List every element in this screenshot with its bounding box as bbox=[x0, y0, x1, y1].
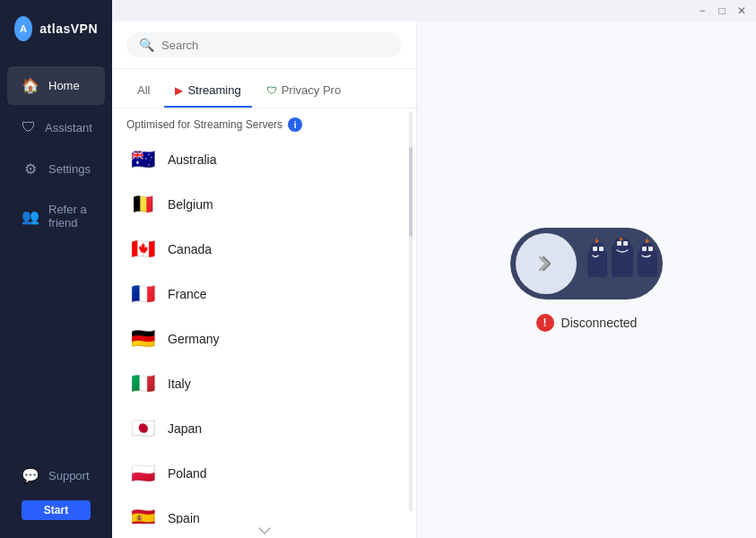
country-name-italy: Italy bbox=[168, 377, 191, 391]
tabs: All ▶ Streaming 🛡 Privacy Pro bbox=[112, 69, 416, 108]
sidebar: A atlasVPN 🏠 Home 🛡 Assistant ⚙ Settings… bbox=[0, 0, 112, 538]
tab-privacy-pro[interactable]: 🛡 Privacy Pro bbox=[256, 78, 352, 108]
flag-australia: 🇦🇺 bbox=[128, 148, 157, 171]
country-item-japan[interactable]: 🇯🇵 Japan bbox=[119, 406, 409, 451]
sidebar-label-settings: Settings bbox=[48, 162, 91, 176]
settings-icon: ⚙ bbox=[22, 161, 39, 178]
flag-japan: 🇯🇵 bbox=[128, 417, 157, 440]
country-name-spain: Spain bbox=[168, 511, 200, 524]
start-button[interactable]: Start bbox=[22, 500, 91, 520]
scrollbar-track bbox=[409, 111, 413, 511]
minimize-button[interactable]: − bbox=[695, 4, 709, 18]
title-bar: − □ ✕ bbox=[112, 0, 756, 22]
country-item-canada[interactable]: 🇨🇦 Canada bbox=[119, 227, 409, 272]
sidebar-nav: 🏠 Home 🛡 Assistant ⚙ Settings 👥 Refer a … bbox=[0, 57, 112, 442]
flag-belgium: 🇧🇪 bbox=[128, 193, 157, 216]
flag-france: 🇫🇷 bbox=[128, 282, 157, 306]
tab-privacy-label: Privacy Pro bbox=[282, 83, 341, 97]
country-name-france: France bbox=[168, 287, 207, 301]
sidebar-bottom: 💬 Support Start bbox=[0, 442, 112, 538]
logo-text: atlasVPN bbox=[39, 22, 98, 36]
maximize-button[interactable]: □ bbox=[715, 4, 729, 18]
optimised-label: Optimised for Streaming Servers i bbox=[112, 108, 416, 137]
tab-streaming-label: Streaming bbox=[187, 83, 240, 97]
country-name-poland: Poland bbox=[168, 466, 207, 481]
tab-all-label: All bbox=[137, 83, 150, 97]
logo-area: A atlasVPN bbox=[0, 0, 112, 57]
close-button[interactable]: ✕ bbox=[734, 4, 749, 18]
sidebar-item-support[interactable]: 💬 Support bbox=[7, 456, 105, 495]
country-item-france[interactable]: 🇫🇷 France bbox=[119, 272, 409, 317]
sidebar-item-assistant[interactable]: 🛡 Assistant bbox=[7, 108, 105, 146]
country-item-belgium[interactable]: 🇧🇪 Belgium bbox=[119, 182, 409, 227]
country-list: 🇦🇺 Australia 🇧🇪 Belgium 🇨🇦 Canada 🇫🇷 Fra… bbox=[112, 137, 416, 524]
search-input[interactable] bbox=[161, 39, 389, 52]
flag-italy: 🇮🇹 bbox=[128, 372, 157, 395]
flag-spain: 🇪🇸 bbox=[128, 507, 157, 524]
country-name-canada: Canada bbox=[168, 242, 212, 256]
flag-poland: 🇵🇱 bbox=[128, 462, 157, 485]
toggle-knob bbox=[516, 233, 577, 294]
flag-germany: 🇩🇪 bbox=[128, 327, 157, 351]
country-item-italy[interactable]: 🇮🇹 Italy bbox=[119, 361, 409, 406]
logo-icon: A bbox=[14, 16, 32, 41]
tab-streaming[interactable]: ▶ Streaming bbox=[164, 78, 251, 108]
sidebar-item-settings[interactable]: ⚙ Settings bbox=[7, 150, 105, 188]
country-item-spain[interactable]: 🇪🇸 Spain bbox=[119, 496, 409, 524]
svg-rect-9 bbox=[623, 241, 628, 246]
content-area: 🔍 All ▶ Streaming 🛡 Privacy Pro bbox=[112, 22, 756, 538]
sidebar-label-assistant: Assistant bbox=[45, 121, 92, 134]
refer-icon: 👥 bbox=[22, 208, 39, 225]
tab-all[interactable]: All bbox=[126, 78, 161, 108]
country-item-germany[interactable]: 🇩🇪 Germany bbox=[119, 317, 409, 361]
vpn-toggle-wrapper: ! Disconnected bbox=[510, 228, 663, 332]
country-item-australia[interactable]: 🇦🇺 Australia bbox=[119, 137, 409, 182]
sidebar-label-home: Home bbox=[48, 79, 80, 92]
svg-rect-5 bbox=[599, 247, 604, 251]
scrollbar-thumb[interactable] bbox=[409, 147, 413, 237]
status-label: Disconnected bbox=[561, 316, 638, 330]
optimised-text: Optimised for Streaming Servers bbox=[126, 118, 282, 131]
country-name-germany: Germany bbox=[168, 332, 220, 346]
country-item-poland[interactable]: 🇵🇱 Poland bbox=[119, 451, 409, 496]
status-row: ! Disconnected bbox=[536, 314, 638, 332]
sidebar-label-refer: Refer a friend bbox=[48, 203, 91, 230]
info-badge[interactable]: i bbox=[288, 117, 302, 132]
scroll-down-indicator bbox=[112, 524, 416, 538]
svg-rect-8 bbox=[617, 241, 621, 246]
svg-rect-4 bbox=[593, 247, 597, 251]
home-icon: 🏠 bbox=[22, 77, 39, 94]
server-panel: 🔍 All ▶ Streaming 🛡 Privacy Pro bbox=[112, 22, 417, 538]
svg-text:A: A bbox=[20, 23, 27, 34]
main-area: − □ ✕ 🔍 All ▶ Streaming bbox=[112, 0, 756, 538]
status-icon: ! bbox=[536, 314, 554, 332]
right-panel: ! Disconnected bbox=[417, 22, 756, 538]
mascot-characters bbox=[577, 238, 661, 290]
sidebar-item-home[interactable]: 🏠 Home bbox=[7, 66, 105, 105]
search-icon: 🔍 bbox=[139, 38, 154, 52]
streaming-icon: ▶ bbox=[175, 84, 183, 97]
country-name-belgium: Belgium bbox=[168, 197, 213, 212]
search-input-wrap[interactable]: 🔍 bbox=[126, 32, 402, 57]
country-name-japan: Japan bbox=[168, 421, 202, 436]
search-bar: 🔍 bbox=[112, 22, 416, 69]
flag-canada: 🇨🇦 bbox=[128, 238, 157, 261]
sidebar-item-refer[interactable]: 👥 Refer a friend bbox=[7, 192, 105, 240]
svg-rect-12 bbox=[642, 247, 647, 251]
support-icon: 💬 bbox=[22, 467, 39, 484]
vpn-toggle[interactable] bbox=[510, 228, 663, 299]
sidebar-label-support: Support bbox=[48, 469, 90, 482]
assistant-icon: 🛡 bbox=[22, 119, 36, 135]
country-name-australia: Australia bbox=[168, 152, 216, 167]
privacy-icon: 🛡 bbox=[266, 84, 277, 97]
